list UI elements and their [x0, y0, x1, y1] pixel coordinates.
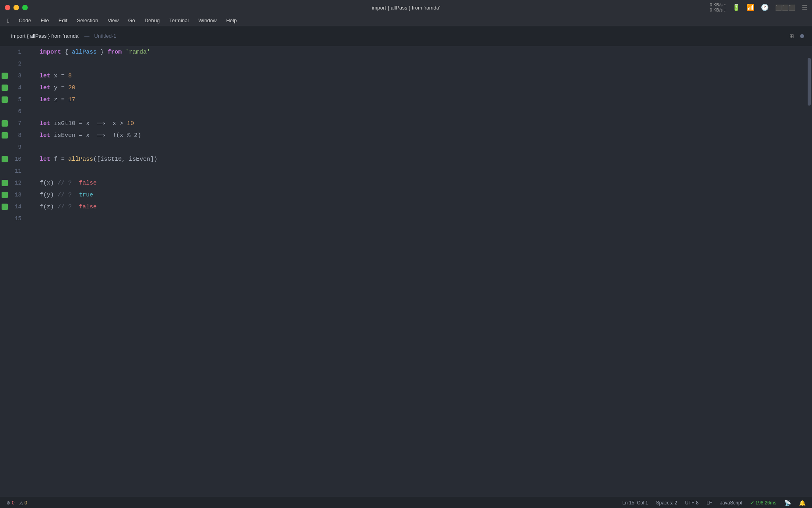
token-punc: isGt10 = x [50, 120, 93, 127]
menu-debug[interactable]: Debug [141, 17, 164, 24]
code-line: let x = 8 [40, 70, 806, 82]
token-fn: allPass [68, 156, 93, 163]
titlebar: import { allPass } from 'ramda' 0 KB/s ↑… [0, 0, 812, 15]
token-num: 20 [68, 85, 75, 91]
token-kw: let [40, 73, 50, 79]
timing-badge: ✔ 198.26ms [750, 500, 776, 506]
breakpoint-indicator[interactable] [2, 192, 8, 198]
line-number: 13 [10, 192, 21, 198]
split-editor-icon[interactable]: ⊞ [789, 32, 794, 40]
code-line: f(y) // ? true [40, 189, 806, 201]
menu-edit[interactable]: Edit [55, 17, 71, 24]
menu-window[interactable]: Window [194, 17, 220, 24]
code-line: let f = allPass([isGt10, isEven]) [40, 153, 806, 165]
tab-title: import { allPass } from 'ramda' [11, 33, 80, 39]
token-num: 17 [68, 96, 75, 103]
line-endings[interactable]: LF [707, 500, 712, 506]
minimize-button[interactable] [13, 5, 19, 10]
token-from-kw: from [107, 49, 122, 56]
gutter-row: 2 [0, 58, 32, 70]
token-num: 8 [68, 73, 72, 79]
token-punc [72, 204, 79, 210]
gutter-row: 1 [0, 46, 32, 58]
scrollbar[interactable] [806, 46, 812, 497]
code-line: f(z) // ? false [40, 201, 806, 213]
line-number: 2 [10, 61, 21, 67]
close-button[interactable] [5, 5, 10, 10]
menu-terminal[interactable]: Terminal [165, 17, 193, 24]
breakpoint-indicator[interactable] [2, 73, 8, 79]
menu-file[interactable]: File [37, 17, 53, 24]
indentation[interactable]: Spaces: 2 [656, 500, 677, 506]
menu-view[interactable]: View [103, 17, 123, 24]
token-bool-false: false [79, 204, 97, 210]
tab-subtitle: Untitled-1 [94, 33, 117, 39]
tabbar: import { allPass } from 'ramda' — Untitl… [0, 26, 812, 46]
code-line: f(x) // ? false [40, 177, 806, 189]
cursor-position[interactable]: Ln 15, Col 1 [622, 500, 648, 506]
maximize-button[interactable] [22, 5, 28, 10]
gutter-row: 6 [0, 106, 32, 117]
breakpoint-indicator[interactable] [2, 96, 8, 103]
gutter-row: 8 [0, 129, 32, 141]
token-comment: // ? [57, 180, 72, 187]
code-line [40, 58, 806, 70]
token-punc: ([isGt10, isEven]) [93, 156, 157, 163]
apple-menu[interactable]:  [3, 16, 13, 25]
menu-go[interactable]: Go [124, 17, 139, 24]
token-arrow: ⟹ [93, 120, 109, 127]
token-punc [72, 192, 79, 198]
line-number: 4 [10, 85, 21, 91]
broadcast-icon: 📡 [784, 500, 791, 506]
breakpoint-indicator[interactable] [2, 120, 8, 127]
line-number: 9 [10, 144, 21, 150]
tab-active[interactable]: import { allPass } from 'ramda' — Untitl… [6, 31, 121, 41]
gutter-row: 3 [0, 70, 32, 82]
breakpoint-indicator[interactable] [2, 132, 8, 139]
titlebar-right: 0 KB/s ↑0 KB/s ↓ 🔋 📶 🕐 ⬛⬛⬛ ☰ [710, 2, 807, 13]
token-punc: f(y) [40, 192, 57, 198]
token-num: 10 [127, 120, 134, 127]
token-comment: // ? [57, 192, 72, 198]
token-kw: let [40, 156, 50, 163]
menu-code[interactable]: Code [15, 17, 35, 24]
code-line [40, 141, 806, 153]
bell-icon[interactable]: 🔔 [799, 500, 806, 506]
window-title: import { allPass } from 'ramda' [372, 5, 440, 11]
token-kw: let [40, 132, 50, 139]
scrollbar-thumb[interactable] [808, 58, 811, 106]
gutter-row: 12 [0, 177, 32, 189]
code-line: let z = 17 [40, 94, 806, 106]
file-encoding[interactable]: UTF-8 [685, 500, 699, 506]
code-line: let isGt10 = x ⟹ x > 10 [40, 117, 806, 129]
language-mode[interactable]: JavaScript [720, 500, 742, 506]
token-punc: y = [50, 85, 68, 91]
token-kw: let [40, 96, 50, 103]
line-number: 3 [10, 73, 21, 79]
gutter-row: 11 [0, 165, 32, 177]
code-line: let isEven = x ⟹ !(x % 2) [40, 129, 806, 141]
line-number: 11 [10, 168, 21, 174]
gutter-row: 5 [0, 94, 32, 106]
line-number: 5 [10, 96, 21, 103]
breakpoint-indicator[interactable] [2, 85, 8, 91]
token-punc: !(x % 2) [109, 132, 141, 139]
line-number: 8 [10, 132, 21, 139]
breakpoint-indicator[interactable] [2, 180, 8, 186]
error-count: 0 [12, 500, 15, 506]
token-arrow: ⟹ [93, 132, 109, 139]
editor: 123456789101112131415 import { allPass }… [0, 46, 812, 497]
token-punc: f(x) [40, 180, 57, 187]
token-punc: isEven = x [50, 132, 93, 139]
breakpoint-indicator[interactable] [2, 156, 8, 162]
warning-count: 0 [25, 500, 27, 506]
warning-icon: △ [19, 500, 23, 506]
menu-help[interactable]: Help [222, 17, 241, 24]
code-area[interactable]: import { allPass } from 'ramda'let x = 8… [32, 46, 806, 497]
token-punc: z = [50, 96, 68, 103]
token-punc: } [97, 49, 107, 56]
token-comment: // ? [57, 204, 72, 210]
error-icon: ⊗ [6, 500, 10, 506]
menu-selection[interactable]: Selection [73, 17, 102, 24]
breakpoint-indicator[interactable] [2, 204, 8, 210]
